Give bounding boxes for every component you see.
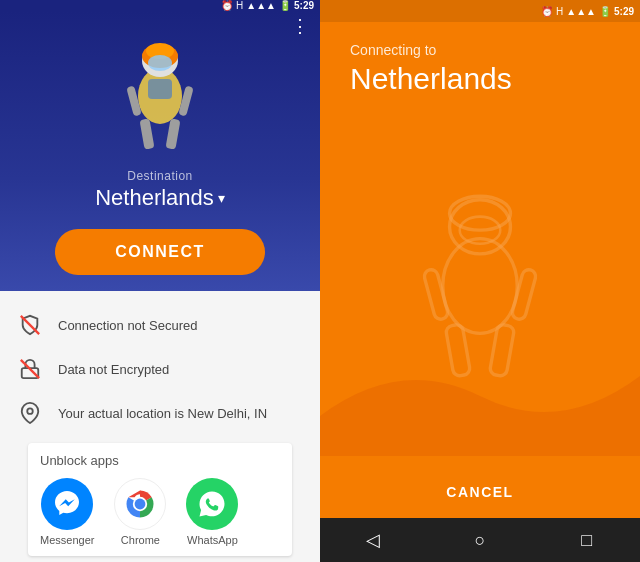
chrome-label: Chrome [121, 534, 160, 546]
no-lock-icon [16, 355, 44, 383]
status-bar-left: ⏰ H ▲▲▲ 🔋 5:29 [0, 0, 320, 11]
connecting-to-label: Connecting to [350, 42, 610, 58]
svg-point-4 [148, 55, 172, 71]
signal-icon: ▲▲▲ [246, 0, 276, 11]
encryption-status-row: Data not Encrypted [16, 347, 304, 391]
cancel-button[interactable]: CANCEL [426, 476, 533, 508]
left-screen: ⏰ H ▲▲▲ 🔋 5:29 ⋮ [0, 0, 320, 562]
right-screen: ⏰ H ▲▲▲ 🔋 5:29 Connecting to Netherlands [320, 0, 640, 562]
hero-area: ⋮ [0, 11, 320, 291]
destination-selector[interactable]: Netherlands ▾ [95, 185, 225, 211]
info-area: Connection not Secured Data not Encrypte… [0, 291, 320, 562]
cancel-button-area: CANCEL [320, 456, 640, 518]
svg-rect-9 [148, 79, 172, 99]
destination-text: Netherlands [95, 185, 214, 211]
whatsapp-label: WhatsApp [187, 534, 238, 546]
connect-button[interactable]: CONNECT [55, 229, 265, 275]
no-shield-icon [16, 311, 44, 339]
nav-bar-right: ◁ ○ □ [320, 518, 640, 562]
encryption-status-text: Data not Encrypted [58, 362, 169, 377]
connecting-destination: Netherlands [350, 62, 610, 96]
signal-icon-right: ▲▲▲ [566, 6, 596, 17]
svg-point-16 [135, 499, 146, 510]
messenger-app-item[interactable]: Messenger [40, 478, 94, 546]
chrome-icon [114, 478, 166, 530]
battery-icon-right: 🔋 [599, 6, 611, 17]
location-text: Your actual location is New Delhi, IN [58, 406, 267, 421]
battery-icon: 🔋 [279, 0, 291, 11]
location-row: Your actual location is New Delhi, IN [16, 391, 304, 435]
messenger-label: Messenger [40, 534, 94, 546]
chrome-app-item[interactable]: Chrome [114, 478, 166, 546]
robot-mascot-right [320, 116, 640, 456]
alarm-icon-right: ⏰ [541, 6, 553, 17]
connection-status-row: Connection not Secured [16, 303, 304, 347]
messenger-icon [41, 478, 93, 530]
connection-status-text: Connection not Secured [58, 318, 197, 333]
whatsapp-app-item[interactable]: WhatsApp [186, 478, 238, 546]
app-icons-row: Messenger [40, 478, 280, 546]
dropdown-arrow-icon: ▾ [218, 190, 225, 206]
recent-button-right[interactable]: □ [567, 520, 607, 560]
connecting-area: Connecting to Netherlands [320, 22, 640, 116]
whatsapp-icon [186, 478, 238, 530]
unblock-title: Unblock apps [40, 453, 280, 468]
robot-mascot [110, 31, 210, 161]
location-icon [16, 399, 44, 427]
back-button-right[interactable]: ◁ [353, 520, 393, 560]
alarm-icon: ⏰ [221, 0, 233, 11]
svg-point-13 [27, 408, 33, 414]
time-right: 5:29 [614, 6, 634, 17]
overflow-menu-button[interactable]: ⋮ [291, 17, 310, 35]
svg-point-19 [450, 196, 511, 230]
h-indicator-right: H [556, 6, 563, 17]
time-left: 5:29 [294, 0, 314, 11]
unblock-apps-card: Unblock apps Messenger [28, 443, 292, 556]
h-indicator: H [236, 0, 243, 11]
home-button-right[interactable]: ○ [460, 520, 500, 560]
svg-rect-8 [165, 118, 180, 149]
destination-label: Destination [127, 169, 193, 183]
status-bar-right: ⏰ H ▲▲▲ 🔋 5:29 [320, 0, 640, 22]
svg-rect-7 [139, 118, 154, 149]
